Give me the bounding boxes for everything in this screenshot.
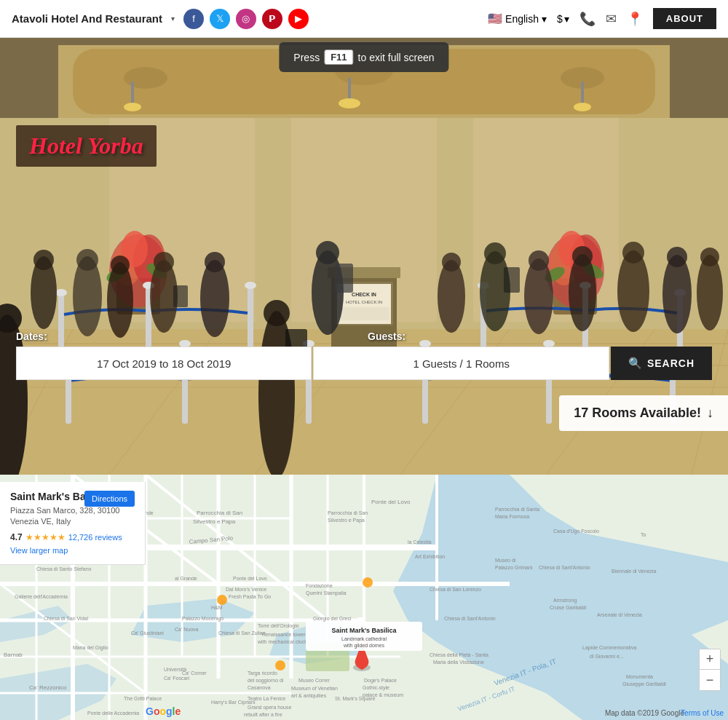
flag-icon: 🇺🇸 (488, 12, 502, 25)
svg-text:Parrocchia di Santa: Parrocchia di Santa (495, 507, 539, 512)
svg-text:To: To (641, 532, 646, 537)
view-larger-map-link[interactable]: View larger map (10, 546, 68, 555)
phone-icon[interactable]: 📞 (579, 11, 596, 27)
svg-text:with gilded domes: with gilded domes (343, 643, 385, 649)
map-info-card: Saint Mark's Basilica Piazza San Marco, … (0, 482, 146, 565)
svg-text:Armstrong: Armstrong (553, 598, 577, 604)
svg-text:Grand opera house: Grand opera house (248, 705, 291, 711)
tooltip-prefix: Press (293, 52, 320, 63)
svg-text:Barnab: Barnab (4, 652, 23, 658)
svg-point-4 (124, 67, 167, 89)
header: Atavoli Hotel And Restaurant ▾ f 𝕏 ◎ 𝗣 ▶… (0, 0, 728, 38)
svg-text:The Gritti Palace: The Gritti Palace (124, 696, 162, 701)
google-logo: Google (146, 705, 181, 717)
about-button[interactable]: ABOUT (653, 8, 716, 29)
svg-text:Giorgio dei Greci: Giorgio dei Greci (313, 616, 352, 622)
svg-text:la Celestia: la Celestia (408, 539, 432, 545)
youtube-icon[interactable]: ▶ (288, 9, 309, 29)
svg-point-93 (572, 246, 593, 266)
rating-stars: ★★★★★ (25, 532, 66, 542)
svg-text:Doge's Palace: Doge's Palace (364, 678, 397, 684)
directions-button[interactable]: Directions (84, 491, 135, 507)
svg-text:Targa ricordo: Targa ricordo (248, 670, 277, 676)
location-icon[interactable]: 📍 (627, 11, 643, 27)
terms-of-use-link[interactable]: Terms of Use (681, 709, 724, 717)
language-selector[interactable]: 🇺🇸 English ▾ (488, 12, 547, 25)
place-address: Piazza San Marco, 328, 30100 Venezia VE,… (10, 505, 135, 528)
pinterest-icon[interactable]: 𝗣 (262, 9, 282, 29)
svg-text:Saint Mark's Basilica: Saint Mark's Basilica (331, 627, 397, 634)
svg-text:Gallerie dell'Accademia: Gallerie dell'Accademia (15, 594, 68, 599)
zoom-out-button[interactable]: − (700, 670, 720, 690)
svg-text:Casa d'Ugo Foscolo: Casa d'Ugo Foscolo (553, 529, 599, 534)
language-label: English (505, 13, 539, 25)
svg-text:Biennale di Venezia: Biennale di Venezia (612, 569, 657, 574)
svg-point-52 (245, 282, 256, 289)
svg-point-48 (55, 289, 67, 296)
svg-text:Palazzo Grimani: Palazzo Grimani (495, 565, 533, 570)
map-section: Campo San Polo Gallerie dell'Accademia P… (0, 475, 728, 720)
svg-text:art & antiquities: art & antiquities (291, 693, 327, 699)
social-icons: f 𝕏 ◎ 𝗣 ▶ (183, 9, 309, 29)
svg-rect-89 (504, 267, 520, 293)
svg-text:palace & museum: palace & museum (363, 692, 403, 698)
svg-text:Landmark cathedral: Landmark cathedral (341, 636, 387, 641)
map-attribution: Map data ©2019 Google (605, 709, 684, 717)
tooltip-suffix: to exit full screen (358, 52, 435, 63)
svg-point-81 (205, 252, 225, 272)
svg-point-76 (111, 256, 130, 274)
google-e: e (175, 705, 181, 717)
svg-text:Chiesa della Pietà - Santa: Chiesa della Pietà - Santa (430, 652, 488, 657)
instagram-icon[interactable]: ◎ (236, 9, 256, 29)
svg-point-206 (363, 577, 373, 588)
svg-point-72 (33, 250, 54, 270)
svg-text:Silvestro e Papa: Silvestro e Papa (193, 518, 236, 525)
svg-text:Ponte del Lovo: Ponte del Lovo (371, 499, 411, 505)
svg-text:Università: Università (164, 667, 186, 672)
facebook-icon[interactable]: f (183, 9, 204, 29)
date-range-input[interactable]: 17 Oct 2019 to 18 Oct 2019 (16, 347, 312, 380)
address-line1: Piazza San Marco, 328, 30100 (10, 506, 119, 515)
svg-text:Silvestro e Papa: Silvestro e Papa (328, 518, 365, 523)
svg-point-99 (700, 248, 719, 266)
site-title-dropdown-icon[interactable]: ▾ (171, 15, 175, 23)
svg-text:Ponte del Lovo: Ponte del Lovo (233, 576, 267, 581)
svg-point-205 (217, 595, 227, 605)
svg-text:Ca' Rezzonico: Ca' Rezzonico (29, 684, 67, 691)
svg-point-103 (264, 300, 290, 326)
header-right: 🇺🇸 English ▾ $ ▾ 📞 ✉ 📍 ABOUT (488, 8, 716, 29)
svg-text:Ca' Giustiniani: Ca' Giustiniani (131, 630, 164, 636)
svg-text:Lapide Commemorativa: Lapide Commemorativa (582, 645, 636, 651)
svg-text:Torre dell'Orologio: Torre dell'Orologio (258, 623, 299, 629)
svg-text:Chiesa di Sant'Antonin: Chiesa di Sant'Antonin (444, 616, 496, 621)
svg-text:Maria Formosa: Maria Formosa (495, 514, 529, 519)
svg-text:al Grande: al Grande (175, 576, 197, 581)
svg-text:Museum of Venetian: Museum of Venetian (291, 686, 338, 691)
hotel-name-overlay: Hotel Yorba (16, 125, 157, 167)
svg-text:Monumenta: Monumenta (626, 674, 653, 679)
svg-text:Chiesa di Santo Stefano: Chiesa di Santo Stefano (36, 566, 92, 571)
currency-selector[interactable]: $ ▾ (557, 13, 569, 25)
svg-point-74 (76, 249, 98, 271)
date-range-value: 17 Oct 2019 to 18 Oct 2019 (97, 357, 231, 370)
svg-text:Giuseppe Garibaldi: Giuseppe Garibaldi (622, 681, 666, 687)
svg-text:Museo Correr: Museo Correr (298, 678, 330, 683)
search-icon: 🔍 (628, 357, 643, 370)
guests-rooms-input[interactable]: 1 Guests / 1 Rooms (313, 347, 609, 380)
svg-point-88 (484, 242, 506, 264)
svg-text:Querini Stampalia: Querini Stampalia (306, 590, 347, 596)
svg-text:Fresh Pasta To Go: Fresh Pasta To Go (229, 594, 271, 599)
site-title[interactable]: Atavoli Hotel And Restaurant (12, 12, 162, 25)
svg-point-91 (529, 250, 549, 271)
svg-text:Maria del Giglio: Maria del Giglio (73, 645, 108, 651)
twitter-icon[interactable]: 𝕏 (210, 9, 230, 29)
hotel-name: Hotel Yorba (29, 132, 143, 159)
search-button[interactable]: 🔍 SEARCH (611, 347, 712, 380)
currency-symbol: $ (557, 13, 563, 25)
svg-text:Ponte delle Accademia: Ponte delle Accademia (87, 711, 139, 716)
rooms-available-badge: 17 Rooms Available! ↓ (559, 395, 728, 431)
svg-text:rebuilt after a fire: rebuilt after a fire (244, 712, 282, 717)
email-icon[interactable]: ✉ (606, 11, 617, 27)
zoom-in-button[interactable]: + (700, 649, 720, 670)
review-count: 12,726 reviews (68, 533, 122, 542)
